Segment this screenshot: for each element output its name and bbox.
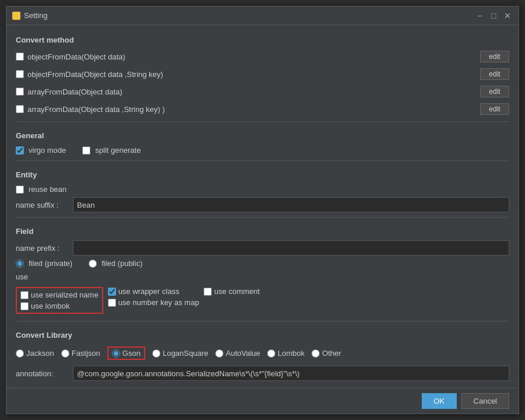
use-wrapper-comment-group: use wrapper class use number key as map [108,287,200,314]
method-edit-btn-3[interactable]: edit [480,86,509,97]
name-prefix-row: name prefix : [16,240,509,256]
filed-public-radio[interactable] [89,260,97,268]
gson-label: Gson [123,349,141,358]
fastjson-label: Fastjson [72,349,100,358]
use-lombok-label: use lombok [31,302,69,310]
entity-section-label: Entity [16,170,509,179]
gson-radio[interactable] [112,349,120,358]
method-edit-btn-4[interactable]: edit [480,103,509,115]
autovalue-radio-item: AutoValue [215,349,260,358]
use-lombok-item: use lombok [20,302,99,310]
method-checkbox-2[interactable] [16,70,24,78]
method-edit-btn-2[interactable]: edit [480,68,509,80]
method-label-3: arrayFromData(Object data) [27,88,123,96]
autovalue-label: AutoValue [226,349,260,358]
ok-button[interactable]: OK [422,393,457,409]
annotation-input[interactable] [73,366,509,381]
field-section-label: Field [16,227,509,236]
use-serialized-lombok-box: use serialized name use lombok [16,287,103,314]
field-access-row: filed (private) filed (public) [16,258,509,269]
logansquare-radio[interactable] [152,349,160,358]
gson-radio-selected-box: Gson [107,346,145,360]
use-serialized-name-item: use serialized name [20,290,99,299]
logansquare-radio-item: LoganSquare [152,349,208,358]
method-row-2: objectFromData(Object data ,String key) … [16,66,509,82]
divider-1 [16,121,509,122]
lombok-radio-item: Lombok [267,349,304,358]
name-suffix-input[interactable] [73,197,509,212]
settings-dialog: Setting − □ ✕ Convert method objectFromD… [6,6,519,414]
method-label-1: objectFromData(Object data) [27,52,125,61]
title-bar-left: Setting [12,11,47,20]
reuse-bean-row: reuse bean [16,184,509,195]
method-checkbox-1[interactable] [16,52,24,61]
name-suffix-row: name suffix : [16,197,509,212]
filed-private-label: filed (private) [29,259,72,268]
annotation-label: annotation: [16,369,68,378]
close-button[interactable]: ✕ [502,10,513,21]
jackson-label: Jackson [26,349,54,358]
use-serialized-name-label: use serialized name [31,290,99,299]
name-prefix-input[interactable] [73,240,509,256]
use-comment-label: use comment [214,287,260,296]
app-icon [12,12,20,20]
use-options-group: use serialized name use lombok use wrapp… [16,285,509,316]
convert-method-section-label: Convert method [16,36,509,44]
logansquare-label: LoganSquare [163,349,208,358]
other-radio[interactable] [312,349,320,358]
convert-library-section-label: Convert Library [16,331,509,340]
other-radio-item: Other [312,349,341,358]
split-generate-checkbox[interactable] [82,146,90,155]
reuse-bean-label: reuse bean [29,185,66,194]
method-row-4: arrayFromData(Object data ,String key) )… [16,102,509,117]
dialog-content: Convert method objectFromData(Object dat… [6,25,519,388]
cancel-button[interactable]: Cancel [461,393,509,409]
annotation-row: annotation: [16,365,509,382]
jackson-radio[interactable] [16,349,24,358]
filed-public-label: filed (public) [102,259,142,268]
maximize-button[interactable]: □ [488,10,499,21]
title-bar-buttons: − □ ✕ [474,10,513,21]
method-label-2: objectFromData(Object data ,String key) [27,70,163,79]
other-label: Other [322,349,341,358]
use-wrapper-class-item: use wrapper class [108,287,200,296]
dialog-footer: OK Cancel [6,388,519,414]
divider-2 [16,160,509,161]
fastjson-radio-item: Fastjson [61,349,100,358]
use-number-key-label: use number key as map [118,298,200,307]
method-edit-btn-1[interactable]: edit [480,51,509,62]
autovalue-radio[interactable] [215,349,223,358]
use-serialized-name-checkbox[interactable] [20,291,29,299]
divider-3 [16,217,509,218]
use-comment-item: use comment [204,287,260,296]
title-bar: Setting − □ ✕ [6,6,519,25]
lombok-radio[interactable] [267,349,275,358]
general-section-label: General [16,131,509,140]
reuse-bean-checkbox[interactable] [16,186,24,194]
use-wrapper-class-label: use wrapper class [118,287,180,296]
use-wrapper-class-checkbox[interactable] [108,288,116,296]
virgo-mode-checkbox[interactable] [16,146,24,155]
use-label: use [16,271,509,282]
use-number-key-checkbox[interactable] [108,299,116,307]
filed-private-radio[interactable] [16,260,24,268]
jackson-radio-item: Jackson [16,349,54,358]
method-row-3: arrayFromData(Object data) edit [16,84,509,99]
general-options-row: virgo mode split generate [16,145,509,156]
split-generate-label: split generate [95,146,141,155]
use-comment-group: use comment [204,287,260,314]
method-row-1: objectFromData(Object data) edit [16,49,509,64]
minimize-button[interactable]: − [474,10,485,21]
fastjson-radio[interactable] [61,349,69,358]
lombok-label: Lombok [278,349,304,358]
divider-4 [16,321,509,321]
virgo-mode-label: virgo mode [29,146,66,155]
name-prefix-label: name prefix : [16,244,68,253]
method-checkbox-3[interactable] [16,88,24,96]
dialog-title: Setting [24,11,47,20]
use-comment-checkbox[interactable] [204,288,212,296]
name-suffix-label: name suffix : [16,201,68,209]
method-checkbox-4[interactable] [16,105,24,113]
use-lombok-checkbox[interactable] [20,302,29,310]
library-radio-group: Jackson Fastjson Gson LoganSquare AutoVa… [16,344,509,362]
